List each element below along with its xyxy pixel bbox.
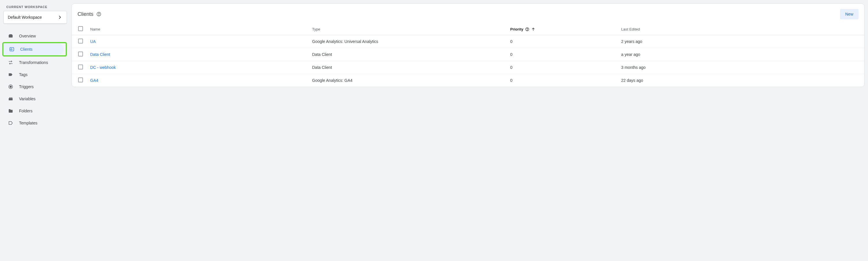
sort-ascending-icon <box>531 27 535 31</box>
column-header-last-edited[interactable]: Last Edited <box>618 23 865 35</box>
column-header-priority-label: Priority <box>510 27 524 31</box>
sidebar-item-overview[interactable]: Overview <box>2 30 66 42</box>
client-name-link[interactable]: DC - webhook <box>90 65 116 70</box>
sidebar-item-label: Clients <box>20 47 33 52</box>
sidebar-item-label: Overview <box>19 34 36 38</box>
client-priority: 0 <box>507 35 618 48</box>
chevron-right-icon <box>57 15 63 20</box>
client-priority: 0 <box>507 61 618 74</box>
client-name-link[interactable]: Data Client <box>90 52 110 57</box>
table-row[interactable]: Data ClientData Client0a year ago <box>72 48 864 61</box>
page-title: Clients <box>78 11 93 17</box>
column-header-type[interactable]: Type <box>309 23 507 35</box>
tags-icon <box>8 72 13 77</box>
sidebar-nav: Overview Clients Transformations <box>2 30 68 129</box>
triggers-icon <box>8 84 13 89</box>
client-type: Data Client <box>309 61 507 74</box>
client-type: Google Analytics: Universal Analytics <box>309 35 507 48</box>
svg-rect-7 <box>11 97 12 99</box>
sidebar-item-label: Tags <box>19 72 28 77</box>
row-checkbox[interactable] <box>78 77 83 83</box>
svg-point-9 <box>98 15 99 15</box>
svg-rect-1 <box>9 34 12 35</box>
table-row[interactable]: GA4Google Analytics: GA4022 days ago <box>72 74 864 87</box>
client-last-edited: 22 days ago <box>618 74 865 87</box>
sidebar-item-triggers[interactable]: Triggers <box>2 81 66 93</box>
templates-icon <box>8 121 13 126</box>
sidebar-item-transformations[interactable]: Transformations <box>2 57 66 69</box>
new-button[interactable]: New <box>840 9 859 19</box>
column-header-priority[interactable]: Priority <box>507 23 618 35</box>
folders-icon <box>8 108 13 113</box>
client-priority: 0 <box>507 48 618 61</box>
help-icon[interactable] <box>96 11 101 17</box>
client-last-edited: a year ago <box>618 48 865 61</box>
clients-icon <box>9 47 14 52</box>
client-name-link[interactable]: UA <box>90 39 96 44</box>
sidebar-item-tags[interactable]: Tags <box>2 69 66 81</box>
sidebar-item-clients[interactable]: Clients <box>3 43 63 55</box>
variables-icon <box>8 96 13 101</box>
client-priority: 0 <box>507 74 618 87</box>
clients-table: Name Type Priority <box>72 23 864 87</box>
row-checkbox[interactable] <box>78 39 83 43</box>
client-type: Data Client <box>309 48 507 61</box>
client-last-edited: 3 months ago <box>618 61 865 74</box>
clients-card: Clients New Name Type <box>71 3 865 87</box>
highlight-box: Clients <box>2 42 67 57</box>
card-header: Clients New <box>72 4 864 23</box>
sidebar-item-label: Folders <box>19 108 33 113</box>
client-type: Google Analytics: GA4 <box>309 74 507 87</box>
workspace-section-label: CURRENT WORKSPACE <box>2 5 68 9</box>
client-name-link[interactable]: GA4 <box>90 78 98 83</box>
sidebar-item-templates[interactable]: Templates <box>2 117 66 129</box>
sidebar-item-label: Transformations <box>19 60 48 65</box>
row-checkbox[interactable] <box>78 52 83 57</box>
svg-point-4 <box>10 86 11 88</box>
svg-rect-5 <box>9 97 10 99</box>
sidebar-item-folders[interactable]: Folders <box>2 105 66 117</box>
sidebar-item-label: Triggers <box>19 85 34 89</box>
sidebar-item-label: Templates <box>19 121 37 125</box>
main: Clients New Name Type <box>70 0 868 261</box>
select-all-checkbox[interactable] <box>78 26 83 31</box>
column-header-name[interactable]: Name <box>87 23 309 35</box>
sidebar-item-label: Variables <box>19 97 35 101</box>
help-icon[interactable] <box>525 27 529 31</box>
row-checkbox[interactable] <box>78 65 83 69</box>
overview-icon <box>8 33 13 39</box>
table-row[interactable]: UAGoogle Analytics: Universal Analytics0… <box>72 35 864 48</box>
table-row[interactable]: DC - webhookData Client03 months ago <box>72 61 864 74</box>
sidebar-item-variables[interactable]: Variables <box>2 93 66 105</box>
workspace-selector[interactable]: Default Workspace <box>3 11 67 24</box>
workspace-name: Default Workspace <box>8 15 57 20</box>
svg-point-11 <box>527 30 527 30</box>
sidebar: CURRENT WORKSPACE Default Workspace Over… <box>0 0 70 261</box>
svg-rect-6 <box>10 97 11 99</box>
client-last-edited: 2 years ago <box>618 35 865 48</box>
transformations-icon <box>8 60 13 65</box>
